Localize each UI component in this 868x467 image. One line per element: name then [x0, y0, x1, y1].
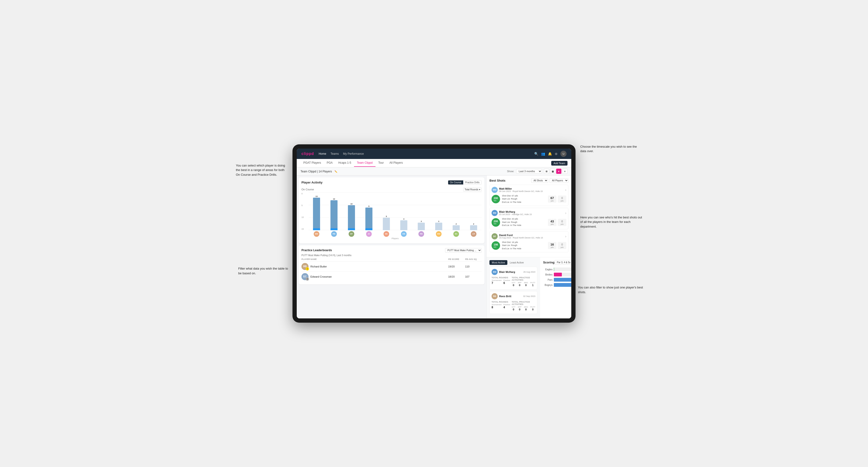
shot-desc-1: Shot Dist: 67 ydsStart Lie: RoughEnd Lie… [502, 194, 546, 204]
view-heart-button[interactable]: ♥ [556, 168, 561, 174]
practice-select[interactable]: PUTT Must Make Putting ... [445, 248, 482, 253]
score-2: 18/20 [448, 275, 465, 278]
show-label: Show: [507, 170, 514, 173]
putt-label-1: PUTT [530, 282, 535, 284]
avatar-7: RB [418, 231, 424, 237]
avatar-6: DB [401, 231, 407, 237]
col-pb-score: PB SCORE [448, 258, 465, 260]
avg-1: 110 [465, 265, 482, 268]
tab-pga[interactable]: PGA [324, 159, 335, 167]
stat-unit-2a: yds [551, 223, 554, 225]
stat-box-3a: 16 yds [548, 242, 556, 249]
shot-card-2[interactable]: BM Blair McHarg 23 Jul 2023 · Aldridge G… [489, 208, 568, 229]
total-rounds-dropdown[interactable]: Total Rounds ▾ [463, 187, 482, 191]
bar-group-10: 2 [466, 223, 482, 230]
stat-val-1b: 0 [561, 196, 563, 200]
search-icon[interactable]: 🔍 [534, 152, 538, 156]
tab-pgat-players[interactable]: PGAT Players [301, 159, 324, 167]
bar-3 [348, 205, 355, 230]
tournament-block-1: Tournament 7 [492, 279, 501, 285]
rounds-values-2: Tournament 8 Practice 4 [492, 304, 510, 309]
stat-unit-1a: yds [551, 200, 554, 202]
top-nav: clippd Home Teams My Performance 🔍 👥 🔔 ⊕… [297, 149, 571, 159]
shot-avatar-2: BM [492, 210, 498, 216]
shots-type-dropdown[interactable]: All Shots [531, 178, 548, 183]
view-grid-button[interactable]: ▦ [550, 168, 555, 174]
avatar[interactable]: U [560, 151, 566, 157]
shot-stats-1: 67 yds 0 yds [548, 195, 566, 203]
shot-stats-2: 43 yds 0 yds [548, 219, 566, 226]
player-info-2: EC 2 Edward Crossman [302, 273, 448, 280]
active-name-2: Rees Britt [499, 295, 512, 298]
bar-group-2: 12 [326, 198, 342, 230]
view-list-button[interactable]: ≡ [562, 168, 567, 174]
tab-hcaps[interactable]: Hcaps 1-5 [335, 159, 354, 167]
rounds-values-1: Tournament 7 Practice 6 [492, 279, 510, 285]
gtt-col-2: GTT 0 [512, 306, 516, 311]
tournament-val-1: 7 [492, 281, 501, 285]
bar-group-6: 4 [396, 218, 412, 230]
plus-circle-icon[interactable]: ⊕ [555, 152, 558, 156]
edit-icon[interactable]: ✏️ [335, 170, 337, 173]
team-header: Team Clippd | 14 Players ✏️ Show: Last 3… [297, 167, 571, 176]
app-label-2: APP [518, 306, 522, 308]
shot-card-3[interactable]: DF David Ford 24 Aug 2023 · Royal North … [489, 231, 568, 253]
sub-nav-right: Add Team [551, 161, 567, 165]
course-toggle: On Course Practice Drills [448, 180, 482, 185]
active-date-2: 02 Sep 2023 [523, 295, 535, 298]
view-grid-small-button[interactable]: ⊞ [544, 168, 549, 174]
bar-value-7: 3 [421, 220, 422, 222]
gtt-val-2: 0 [513, 308, 514, 311]
practice-block-1: Practice 6 [503, 279, 510, 285]
shot-card-1-header: MM Matt Miller 09 Jun 2023 · Royal North… [492, 187, 566, 193]
gtt-val-1: 0 [513, 284, 514, 286]
scoring-par-dropdown[interactable]: Par 3, 4 & 5s [555, 260, 571, 264]
shot-player-details-2: Blair McHarg 23 Jul 2023 · Aldridge GC, … [499, 210, 532, 216]
shots-players-dropdown[interactable]: All Players [550, 178, 568, 183]
scoring-row-bogeys: Bogeys 315 [543, 283, 571, 287]
scoring-label-bogeys: Bogeys [543, 284, 552, 286]
tablet-frame: clippd Home Teams My Performance 🔍 👥 🔔 ⊕… [292, 144, 576, 323]
add-team-button[interactable]: Add Team [551, 161, 567, 165]
least-active-tab[interactable]: Least Active [507, 260, 526, 265]
nav-link-home[interactable]: Home [319, 152, 326, 155]
app-label-1: APP [518, 282, 522, 284]
app-col-1: APP 0 [518, 282, 522, 286]
nav-link-teams[interactable]: Teams [331, 152, 339, 155]
most-active-tab[interactable]: Most Active [489, 260, 507, 265]
shot-card-1[interactable]: MM Matt Miller 09 Jun 2023 · Royal North… [489, 185, 568, 206]
users-icon[interactable]: 👥 [541, 152, 545, 156]
bell-icon[interactable]: 🔔 [548, 152, 552, 156]
annotation-bl: Filter what data you wish the table to b… [238, 266, 290, 276]
active-card-2: RB Rees Britt 02 Sep 2023 Total Rounds [489, 291, 537, 314]
player-avatar-2: EC 2 [302, 273, 309, 280]
tournament-label-2: Tournament [492, 304, 501, 306]
bar-4 [365, 208, 372, 230]
app-val-2: 0 [519, 308, 520, 311]
bar-highlight-2 [331, 228, 338, 230]
tab-team-clippd[interactable]: Team Clippd [354, 159, 375, 167]
scoring-bar-eagles: 3 [554, 268, 571, 271]
stat-val-2a: 43 [551, 220, 554, 223]
col-player-name: PLAYER NAME [302, 258, 448, 260]
tab-all-players[interactable]: All Players [386, 159, 406, 167]
activities-block-2: Total Practice Activities GTT 0 APP [512, 301, 535, 311]
active-date-1: 26 Aug 2023 [523, 271, 535, 273]
practice-drills-toggle[interactable]: Practice Drills [463, 181, 482, 184]
tab-tour[interactable]: Tour [375, 159, 386, 167]
stat-val-1a: 67 [551, 196, 554, 200]
bar-value-2: 12 [333, 198, 335, 200]
scoring-bar-birdies: 96 [554, 273, 571, 276]
left-col: Player Activity On Course Practice Drill… [297, 176, 486, 319]
bar-group-7: 3 [413, 220, 429, 230]
show-select[interactable]: Last 3 months Last 6 months Last 12 mont… [516, 169, 542, 174]
on-course-toggle[interactable]: On Course [448, 181, 463, 184]
practice-val-2: 4 [503, 306, 510, 309]
most-active-section: Most Active Least Active BM Blair McHarg [487, 257, 540, 318]
practice-label-1: Practice [503, 279, 510, 281]
nav-link-performance[interactable]: My Performance [343, 152, 364, 155]
annotation-tr: Choose the timescale you wish to see the… [580, 144, 642, 154]
practice-col-headers: PLAYER NAME PB SCORE PB AVG SQ [302, 258, 482, 260]
active-avatar-1: BM [492, 269, 498, 275]
stat-box-1a: 67 yds [548, 195, 556, 203]
